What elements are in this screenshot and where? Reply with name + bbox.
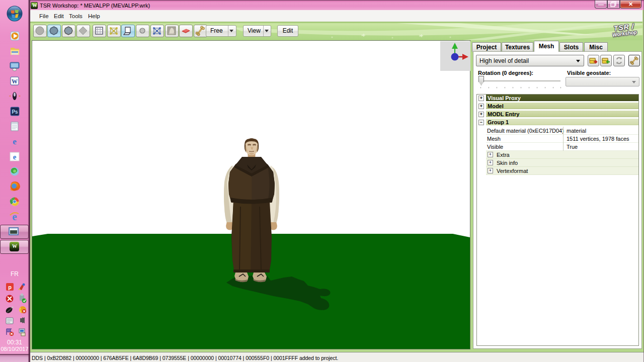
svg-text:e: e bbox=[13, 153, 17, 161]
svg-text:p: p bbox=[8, 284, 12, 290]
svg-text:Ps: Ps bbox=[12, 109, 18, 115]
svg-text:W: W bbox=[12, 78, 18, 85]
svg-text:e: e bbox=[13, 137, 17, 146]
